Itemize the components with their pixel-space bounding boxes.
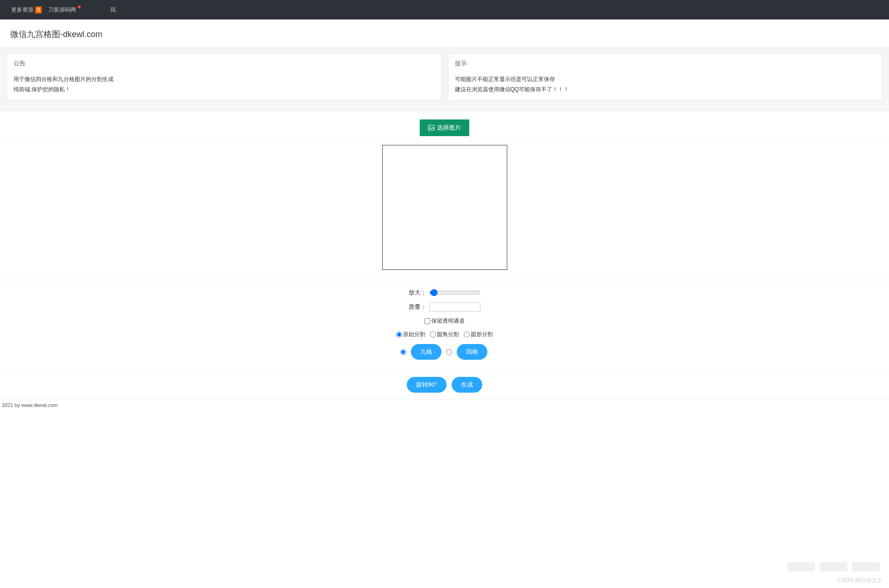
grid-nine-button[interactable]: 九格 <box>411 344 441 360</box>
grid-four-radio[interactable] <box>446 349 452 355</box>
notification-dot-icon <box>78 6 81 8</box>
split-rounded-label: 圆角分割 <box>437 331 459 338</box>
alpha-row: 保留透明通道 <box>0 317 889 325</box>
split-circle-option[interactable]: 圆形分割 <box>464 331 493 338</box>
notice-title: 公告 <box>13 59 435 68</box>
grid-mode-row: 九格 四格 <box>0 344 889 360</box>
nav-daoke[interactable]: 刀客源码网 <box>48 6 81 14</box>
generate-button[interactable]: 生成 <box>452 377 482 393</box>
nav-daoke-label: 刀客源码网 <box>48 6 76 14</box>
split-circle-radio[interactable] <box>464 332 470 338</box>
page-title-wrap: 微信九宫格图-dkewl.com <box>0 19 889 44</box>
notice-line1: 用于微信四分格和九分格图片的分割生成 <box>13 74 435 84</box>
info-panel: 公告 用于微信四分格和九分格图片的分割生成 纯前端,保护您的隐私！ 提示 可能图… <box>0 47 889 111</box>
alpha-checkbox[interactable] <box>424 318 430 324</box>
quality-row: 质量： <box>0 302 889 312</box>
select-image-row: 选择图片 <box>0 111 889 138</box>
grid-nine-radio[interactable] <box>400 349 406 355</box>
footer-text: 2021 by www.dkewl.com <box>0 400 889 411</box>
alpha-checkbox-wrap[interactable]: 保留透明通道 <box>424 317 465 325</box>
split-rounded-option[interactable]: 圆角分割 <box>430 331 459 338</box>
image-icon <box>428 125 435 131</box>
alpha-label: 保留透明通道 <box>431 317 465 325</box>
split-rounded-radio[interactable] <box>430 332 436 338</box>
split-original-option[interactable]: 原始分割 <box>396 331 425 338</box>
nav-more-resources[interactable]: 更多资源 9 <box>11 6 42 14</box>
notice-card: 公告 用于微信四分格和九分格图片的分割生成 纯前端,保护您的隐私！ <box>6 53 441 100</box>
canvas-area <box>0 138 889 280</box>
controls-panel: 放大： 质量： 保留透明通道 原始分割 圆角分割 圆形分割 九格 四格 <box>0 280 889 370</box>
quality-label: 质量： <box>409 303 427 311</box>
grid-four-button[interactable]: 四格 <box>457 344 487 360</box>
image-canvas[interactable] <box>382 145 507 270</box>
rotate-button[interactable]: 旋转90° <box>407 377 447 393</box>
split-original-radio[interactable] <box>396 332 402 338</box>
action-row: 旋转90° 生成 <box>0 370 889 400</box>
quality-input[interactable] <box>429 302 480 312</box>
svg-point-1 <box>429 126 430 127</box>
zoom-label: 放大： <box>409 288 427 297</box>
select-image-label: 选择图片 <box>437 124 461 132</box>
nav-me-label: 我 <box>110 6 116 14</box>
select-image-button[interactable]: 选择图片 <box>420 119 469 136</box>
top-nav: 更多资源 9 刀客源码网 我 <box>0 0 889 19</box>
tip-card: 提示 可能图片不能正常显示但是可以正常保存 建议在浏览器使用微信QQ可能保存不了… <box>448 53 883 100</box>
split-circle-label: 圆形分割 <box>471 331 493 338</box>
split-mode-row: 原始分割 圆角分割 圆形分割 <box>0 331 889 338</box>
badge-count: 9 <box>35 6 42 13</box>
notice-line2: 纯前端,保护您的隐私！ <box>13 84 435 94</box>
zoom-slider[interactable] <box>429 289 480 296</box>
nav-me[interactable]: 我 <box>110 6 116 14</box>
zoom-row: 放大： <box>0 288 889 297</box>
nav-more-label: 更多资源 <box>11 6 33 14</box>
tip-line2: 建议在浏览器使用微信QQ可能保存不了！！！ <box>455 84 876 94</box>
split-original-label: 原始分割 <box>403 331 425 338</box>
tip-title: 提示 <box>455 59 876 68</box>
tip-line1: 可能图片不能正常显示但是可以正常保存 <box>455 74 876 84</box>
page-title: 微信九宫格图-dkewl.com <box>10 29 879 40</box>
